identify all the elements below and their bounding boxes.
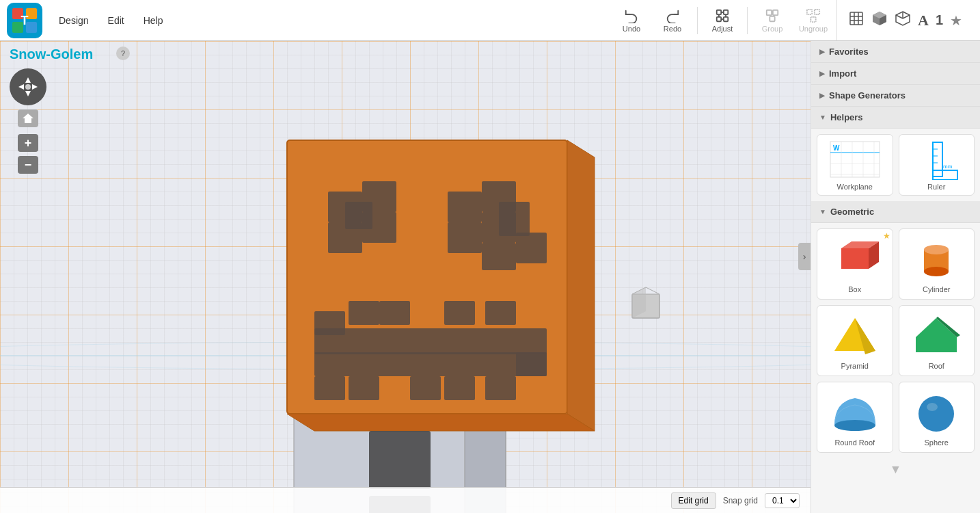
section-import[interactable]: ▶ Import — [811, 63, 980, 85]
helpers-grid: W Workplane mm Ruler — [811, 129, 980, 201]
svg-rect-68 — [516, 352, 547, 376]
star-icon[interactable]: ★ — [950, 12, 962, 29]
svg-rect-7 — [717, 16, 721, 21]
number-1-icon[interactable]: 1 — [936, 12, 943, 28]
svg-rect-13 — [767, 10, 772, 14]
svg-rect-6 — [724, 10, 728, 14]
bottom-bar: Edit grid Snap grid 0.1 0.5 1 — [0, 487, 811, 513]
letter-a-icon[interactable]: A — [918, 12, 929, 29]
svg-rect-83 — [933, 142, 942, 176]
geometric-shapes-grid: ★ Box Cylinder — [811, 223, 980, 458]
svg-point-94 — [924, 267, 949, 276]
wire-cube-icon[interactable] — [895, 10, 911, 30]
snap-select[interactable]: 0.1 0.5 1 — [765, 493, 800, 508]
svg-rect-53 — [499, 202, 530, 236]
svg-text:T: T — [21, 14, 29, 27]
nav-design[interactable]: Design — [49, 10, 98, 31]
svg-marker-42 — [567, 140, 595, 431]
adjust-button[interactable]: Adjust — [703, 3, 741, 38]
svg-rect-59 — [314, 352, 547, 376]
chevron-favorites: ▶ — [819, 48, 825, 55]
svg-marker-97 — [916, 318, 957, 352]
grid-icon[interactable] — [848, 10, 865, 30]
undo-button[interactable]: Undo — [612, 3, 651, 38]
ungroup-button[interactable]: Ungroup — [794, 3, 832, 38]
chevron-import: ▶ — [819, 70, 825, 77]
svg-rect-54 — [516, 233, 547, 263]
redo-button[interactable]: Redo — [653, 3, 692, 38]
helper-workplane[interactable]: W Workplane — [817, 134, 893, 196]
svg-point-102 — [927, 403, 938, 411]
svg-rect-15 — [770, 16, 774, 21]
section-helpers[interactable]: ▼ Helpers — [811, 107, 980, 129]
sidebar-toggle[interactable]: › — [798, 243, 811, 270]
svg-text:W: W — [833, 144, 840, 152]
svg-rect-19 — [850, 12, 862, 25]
shape-pyramid[interactable]: Pyramid — [817, 305, 893, 376]
sidebar: ▶ Favorites ▶ Import ▶ Shape Generators … — [811, 41, 980, 513]
box-star: ★ — [883, 231, 890, 241]
svg-rect-58 — [314, 328, 547, 354]
edit-grid-button[interactable]: Edit grid — [671, 492, 716, 509]
svg-rect-51 — [448, 222, 482, 253]
section-favorites[interactable]: ▶ Favorites — [811, 41, 980, 63]
svg-rect-63 — [314, 376, 345, 400]
shape-round-roof[interactable]: Round Roof — [817, 382, 893, 453]
top-right-icons: A 1 ★ — [836, 0, 973, 40]
svg-rect-17 — [815, 9, 819, 14]
chevron-generators: ▶ — [819, 92, 825, 99]
svg-line-30 — [896, 15, 903, 18]
svg-rect-48 — [345, 202, 372, 229]
svg-rect-16 — [807, 9, 812, 14]
toolbar-separator — [697, 7, 698, 34]
section-shape-generators[interactable]: ▶ Shape Generators — [811, 85, 980, 107]
svg-rect-65 — [410, 376, 441, 400]
shape-box[interactable]: ★ Box — [817, 228, 893, 300]
svg-point-93 — [924, 245, 949, 254]
3d-scene — [0, 41, 811, 513]
svg-rect-5 — [717, 10, 721, 14]
svg-marker-43 — [287, 414, 595, 431]
svg-marker-89 — [841, 248, 869, 269]
svg-rect-64 — [349, 376, 379, 400]
svg-point-100 — [834, 420, 875, 431]
toolbar-actions: Undo Redo Adjust — [612, 3, 832, 38]
chevron-helpers: ▼ — [819, 114, 826, 121]
svg-rect-55 — [482, 243, 516, 270]
svg-rect-57 — [349, 301, 379, 325]
group-button[interactable]: Group — [753, 3, 791, 38]
svg-rect-69 — [369, 431, 431, 489]
svg-rect-62 — [485, 301, 516, 325]
svg-rect-61 — [444, 301, 475, 325]
svg-text:mm: mm — [943, 163, 953, 170]
shape-cylinder[interactable]: Cylinder — [899, 228, 975, 300]
svg-point-101 — [918, 396, 954, 432]
svg-line-29 — [903, 15, 910, 18]
chevron-geometric: ▼ — [819, 208, 826, 215]
canvas-area[interactable]: Snow-Golem ? + − — [0, 41, 811, 513]
snap-label: Snap grid — [723, 496, 758, 505]
main-area: Snow-Golem ? + − — [0, 41, 980, 513]
svg-rect-60 — [379, 301, 410, 325]
svg-rect-8 — [724, 16, 728, 21]
svg-rect-14 — [773, 10, 778, 14]
nav-edit[interactable]: Edit — [98, 10, 134, 31]
scroll-down[interactable]: ▼ — [811, 458, 980, 481]
topbar: T Design Edit Help Undo Redo — [0, 0, 980, 41]
svg-rect-18 — [811, 16, 815, 21]
svg-rect-84 — [933, 170, 957, 180]
svg-rect-67 — [485, 376, 516, 400]
shape-roof[interactable]: Roof — [899, 305, 975, 376]
svg-rect-49 — [448, 192, 482, 222]
svg-rect-66 — [444, 376, 475, 400]
section-geometric[interactable]: ▼ Geometric — [811, 201, 980, 223]
helper-ruler[interactable]: mm Ruler — [899, 134, 975, 196]
shape-sphere[interactable]: Sphere — [899, 382, 975, 453]
solid-cube-icon[interactable] — [871, 10, 888, 30]
toolbar-separator2 — [747, 7, 748, 34]
tinkercad-logo[interactable]: T — [7, 3, 42, 38]
nav-help[interactable]: Help — [134, 10, 173, 31]
